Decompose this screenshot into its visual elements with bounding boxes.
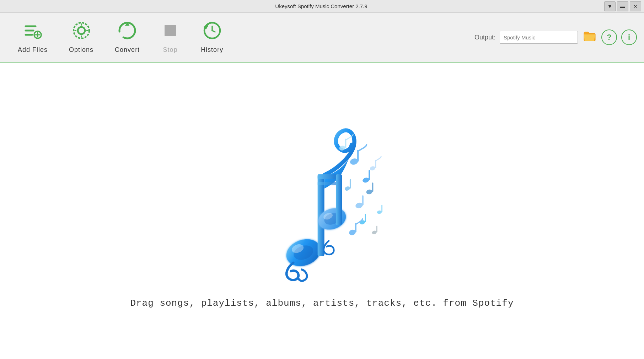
options-icon xyxy=(72,21,91,43)
svg-point-20 xyxy=(355,202,363,209)
restore-button[interactable]: ▬ xyxy=(617,1,628,11)
info-button[interactable]: i xyxy=(621,29,637,45)
music-graphic xyxy=(247,113,397,291)
options-label: Options xyxy=(69,46,93,54)
stop-icon xyxy=(161,21,179,43)
window-controls: ▼ ▬ ✕ xyxy=(604,1,641,11)
convert-label: Convert xyxy=(115,46,140,54)
svg-rect-42 xyxy=(318,174,339,179)
help-icon: ? xyxy=(607,33,611,42)
folder-button[interactable] xyxy=(582,31,597,44)
svg-point-34 xyxy=(372,230,377,235)
output-label: Output: xyxy=(474,34,495,41)
add-files-icon xyxy=(23,21,42,43)
svg-rect-25 xyxy=(372,182,374,192)
svg-rect-44 xyxy=(336,174,342,225)
options-button[interactable]: Options xyxy=(58,18,104,57)
svg-rect-21 xyxy=(362,195,364,206)
svg-point-32 xyxy=(377,210,382,214)
convert-icon xyxy=(118,21,136,43)
svg-rect-27 xyxy=(350,179,351,189)
svg-rect-35 xyxy=(376,225,377,232)
svg-rect-17 xyxy=(357,149,359,161)
main-content: Drag songs, playlists, albums, artists, … xyxy=(0,62,644,359)
stop-label: Stop xyxy=(163,46,178,54)
svg-point-24 xyxy=(366,189,372,195)
svg-point-12 xyxy=(211,30,213,31)
svg-point-22 xyxy=(370,165,376,171)
toolbar: Add Files Options Convert xyxy=(0,13,644,62)
svg-rect-31 xyxy=(365,214,366,222)
svg-point-6 xyxy=(78,27,85,34)
stop-button[interactable]: Stop xyxy=(150,18,190,57)
svg-rect-33 xyxy=(381,205,382,212)
history-icon xyxy=(203,21,221,43)
svg-rect-23 xyxy=(375,160,376,168)
folder-icon xyxy=(583,31,596,44)
svg-point-26 xyxy=(344,186,350,191)
svg-rect-8 xyxy=(165,25,176,36)
add-files-label: Add Files xyxy=(18,46,48,54)
music-note-illustration xyxy=(254,117,390,287)
window-title: Ukeysoft Spotify Music Converter 2.7.9 xyxy=(38,3,604,9)
svg-rect-19 xyxy=(369,170,370,180)
title-bar: Ukeysoft Spotify Music Converter 2.7.9 ▼… xyxy=(0,0,644,13)
close-button[interactable]: ✕ xyxy=(630,1,641,11)
history-label: History xyxy=(201,46,223,54)
svg-point-30 xyxy=(359,219,366,225)
add-files-button[interactable]: Add Files xyxy=(7,18,58,57)
info-icon: i xyxy=(628,33,630,42)
convert-button[interactable]: Convert xyxy=(104,18,150,57)
history-button[interactable]: History xyxy=(190,18,234,57)
help-button[interactable]: ? xyxy=(601,29,617,45)
svg-rect-43 xyxy=(318,182,339,185)
toolbar-right: Output: ? i xyxy=(474,29,637,45)
drag-text: Drag songs, playlists, albums, artists, … xyxy=(130,298,514,309)
output-input[interactable] xyxy=(500,31,578,44)
minimize-button[interactable]: ▼ xyxy=(604,1,616,11)
